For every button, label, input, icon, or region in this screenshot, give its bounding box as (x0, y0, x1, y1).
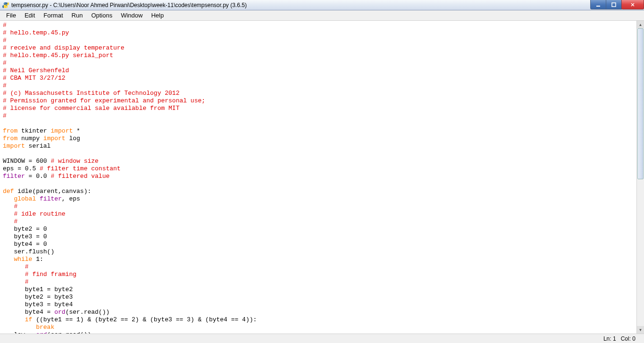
code-line: # (c) Massachusetts Institute of Technol… (3, 90, 179, 97)
code-token: # filter time constant (40, 165, 121, 172)
code-line: # (3, 278, 29, 285)
code-line: # (3, 82, 7, 89)
code-token: ((byte1 == 1) & (byte2 == 2) & (byte3 ==… (32, 316, 257, 323)
scroll-up-arrow-icon[interactable]: ▲ (637, 21, 644, 28)
code-token: tkinter (17, 127, 50, 134)
code-line: byte3 = byte4 (3, 301, 73, 308)
status-line-number: Ln: 1 (603, 335, 616, 342)
code-line: # (3, 37, 7, 44)
code-line: # hello.temp.45.py (3, 29, 69, 36)
code-line: byte1 = byte2 (3, 286, 73, 293)
svg-point-1 (6, 7, 7, 7)
code-line: # (3, 218, 17, 225)
code-token: import (50, 127, 73, 134)
code-token: serial (25, 142, 51, 150)
code-token: ord (54, 309, 65, 316)
code-line: byte2 = byte3 (3, 293, 73, 301)
menu-file[interactable]: File (2, 11, 20, 20)
status-bar: Ln: 1 Col: 0 (0, 334, 644, 343)
window-title: tempsensor.py - C:\Users\Noor Ahmed Pirw… (11, 2, 247, 8)
code-line: # (3, 203, 17, 210)
code-token: import (43, 135, 66, 142)
code-line: ser.flush() (3, 248, 54, 255)
code-token: import (3, 142, 25, 150)
code-token: # window size (50, 158, 98, 165)
code-token: filter (3, 173, 25, 180)
close-button[interactable] (621, 0, 644, 9)
code-token: byte4 = (3, 309, 54, 316)
code-token: filter (40, 195, 62, 202)
code-token: eps = 0.5 (3, 165, 40, 172)
code-line: byte4 = 0 (3, 241, 47, 248)
code-token: * (73, 127, 80, 134)
code-token: # filtered value (50, 173, 109, 180)
python-idle-icon (2, 1, 9, 9)
code-line: # license for commercial sale available … (3, 105, 179, 112)
scroll-thumb[interactable] (637, 28, 644, 179)
svg-rect-3 (612, 3, 616, 7)
code-token: = 0.0 (25, 173, 51, 180)
vertical-scrollbar[interactable]: ▲ ▼ (636, 21, 644, 334)
code-token: global (14, 195, 36, 202)
maximize-button[interactable] (606, 0, 622, 9)
code-token: numpy (17, 135, 43, 142)
scroll-down-arrow-icon[interactable]: ▼ (637, 326, 644, 334)
menu-format[interactable]: Format (39, 11, 67, 20)
code-line: # idle routine (3, 210, 66, 218)
code-token: WINDOW = 600 (3, 158, 50, 165)
code-line: # CBA MIT 3/27/12 (3, 75, 66, 82)
code-content[interactable]: # # hello.temp.45.py # # receive and dis… (0, 21, 636, 334)
menu-options[interactable]: Options (87, 11, 117, 20)
code-token: 1: (32, 256, 43, 263)
svg-point-0 (4, 3, 5, 3)
code-token: break (36, 324, 54, 331)
code-line: # (3, 263, 29, 270)
svg-rect-2 (596, 6, 600, 7)
code-line: # hello.temp.45.py serial_port (3, 52, 113, 59)
code-line: # find framing (3, 271, 76, 278)
code-line: # (3, 112, 7, 119)
code-line: byte3 = 0 (3, 233, 47, 240)
window-controls (591, 0, 644, 9)
code-token: from (3, 135, 17, 142)
menu-help[interactable]: Help (147, 11, 168, 20)
status-col-number: Col: 0 (621, 335, 636, 342)
code-token: , eps (62, 195, 80, 202)
code-line: byte2 = 0 (3, 226, 47, 233)
code-token: if (25, 316, 33, 323)
editor-area[interactable]: # # hello.temp.45.py # # receive and dis… (0, 21, 644, 334)
code-token: idle(parent,canvas): (14, 188, 91, 195)
code-token: from (3, 127, 17, 134)
code-line: # Permission granted for experimental an… (3, 97, 205, 104)
menu-window[interactable]: Window (117, 11, 147, 20)
menu-bar: File Edit Format Run Options Window Help (0, 10, 644, 21)
window-titlebar: tempsensor.py - C:\Users\Noor Ahmed Pirw… (0, 0, 644, 10)
menu-run[interactable]: Run (67, 11, 87, 20)
code-line: # Neil Gershenfeld (3, 67, 69, 74)
code-token: while (14, 256, 32, 263)
scroll-track[interactable] (637, 28, 644, 326)
code-line: # receive and display temperature (3, 44, 124, 51)
menu-edit[interactable]: Edit (20, 11, 39, 20)
minimize-button[interactable] (590, 0, 606, 9)
code-token: log (66, 135, 80, 142)
code-token (36, 195, 40, 202)
code-line: # (3, 22, 7, 29)
code-token: def (3, 188, 14, 195)
code-line: # (3, 59, 7, 67)
code-token: (ser.read()) (66, 309, 110, 316)
